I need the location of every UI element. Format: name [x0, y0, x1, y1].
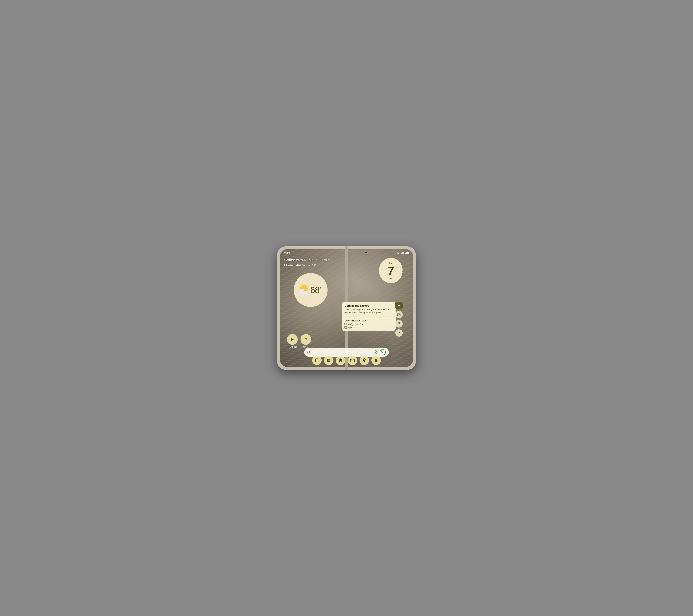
calendar-day-name: Thu 4: [388, 262, 394, 264]
dock-chrome[interactable]: [336, 356, 345, 365]
calendar-widget[interactable]: Thu 4 7: [379, 258, 403, 283]
svg-point-0: [340, 293, 343, 296]
signal-type: 5G: [396, 252, 400, 254]
svg-line-30: [339, 359, 340, 360]
calendar-event-dot: [390, 278, 392, 279]
dock-messages[interactable]: [324, 356, 334, 365]
weather-icon: [299, 285, 309, 295]
camera-icon: [350, 358, 355, 362]
weather-emoji: 🌤: [308, 263, 310, 266]
status-time: 9:30: [284, 251, 290, 254]
app-icon-play-store[interactable]: Play Store: [287, 334, 298, 348]
search-bar[interactable]: G: [304, 348, 389, 357]
notes-actions-sidebar: +: [395, 302, 403, 337]
weather-widget[interactable]: 68°: [294, 273, 328, 307]
svg-line-33: [339, 361, 340, 361]
svg-point-9: [322, 322, 323, 324]
svg-line-32: [341, 359, 342, 360]
chrome-icon: [338, 358, 343, 362]
device-frame: 9:30 5G Coffee with Robin in 30 min 10:0…: [277, 246, 416, 370]
battery-icon: [405, 252, 409, 254]
add-note-button[interactable]: +: [395, 302, 403, 309]
event-details: 10:00 - 11:00 AM 🌤 68°F: [284, 263, 330, 266]
event-weather: 68°F: [312, 263, 317, 266]
event-time-row: 10:00 - 11:00 AM: [284, 263, 305, 266]
gmail-icon: [303, 337, 309, 341]
bottom-dock: [312, 356, 381, 365]
note-item-bread[interactable]: Low-Knead Bread 400g bread flour 8g salt: [342, 317, 396, 331]
checkbox-salt: [344, 326, 347, 329]
svg-point-5: [325, 316, 326, 318]
svg-point-26: [340, 360, 341, 361]
svg-line-24: [383, 352, 384, 353]
play-store-icon: [290, 337, 295, 342]
svg-point-4: [350, 297, 353, 301]
calendar-day-number: 7: [388, 265, 394, 277]
edit-note-button[interactable]: [395, 329, 403, 337]
event-widget[interactable]: Coffee with Robin in 30 min 10:00 - 11:0…: [284, 258, 330, 266]
note-title-bread: Low-Knead Bread: [344, 319, 393, 322]
checklist-salt-text: 8g salt: [348, 326, 355, 329]
svg-point-34: [352, 360, 353, 361]
lens-icon: [381, 351, 384, 354]
checklist-item-1: 400g bread flour: [344, 323, 393, 325]
app-icons-row: Play Store Gmail: [287, 334, 311, 348]
weather-inner: 68°: [299, 285, 323, 295]
dock-camera[interactable]: [348, 356, 357, 365]
svg-point-1: [336, 299, 338, 302]
dock-maps[interactable]: [359, 356, 369, 365]
signal-bar-4: [403, 252, 404, 254]
gmail-icon-circle: [300, 334, 311, 345]
app-icon-gmail[interactable]: Gmail: [300, 334, 311, 348]
notes-widget[interactable]: Morning Bio Lecture We're going to pick …: [342, 302, 396, 331]
svg-point-3: [330, 306, 331, 309]
weather-temperature: 68°: [310, 285, 323, 295]
signal-bar-1: [401, 253, 401, 254]
svg-rect-21: [375, 351, 376, 353]
checkbox-icon: [397, 313, 400, 316]
svg-point-7: [335, 313, 336, 315]
svg-point-8: [358, 295, 360, 297]
maps-icon: [362, 358, 366, 362]
note-title-bio: Morning Bio Lecture: [344, 304, 393, 307]
status-bar: 9:30 5G: [280, 250, 413, 256]
checklist-item-2: 8g salt: [344, 326, 393, 329]
signal-bar-3: [402, 252, 403, 254]
google-logo: G: [307, 350, 310, 354]
status-right: 5G: [396, 252, 409, 254]
pencil-icon: [397, 332, 400, 335]
mic-icon: [397, 322, 400, 326]
phone-icon: [315, 358, 319, 362]
svg-point-35: [364, 359, 365, 360]
event-title: Coffee with Robin in 30 min: [284, 258, 330, 262]
check-note-button[interactable]: [395, 311, 403, 318]
note-body-bio: We're going to pick up today from where …: [344, 308, 393, 314]
checklist-flour-text: 400g bread flour: [348, 323, 364, 325]
calendar-small-icon: [284, 264, 286, 266]
search-lens-button[interactable]: [380, 349, 386, 355]
svg-rect-16: [398, 322, 400, 324]
svg-line-31: [341, 361, 342, 361]
signal-bar-2: [401, 253, 402, 254]
search-mic-icon[interactable]: [374, 351, 378, 354]
device-screen: 9:30 5G Coffee with Robin in 30 min 10:0…: [280, 250, 413, 367]
play-store-icon-circle: [287, 334, 298, 345]
play-store-label: Play Store: [288, 346, 297, 348]
signal-icon: [401, 252, 404, 254]
mic-note-button[interactable]: [395, 320, 403, 327]
svg-point-2: [347, 288, 349, 291]
home-icon: [374, 358, 378, 362]
checkbox-flour: [344, 323, 347, 325]
event-time: 10:00 - 11:00 AM: [288, 263, 305, 266]
note-item-bio[interactable]: Morning Bio Lecture We're going to pick …: [342, 302, 396, 317]
camera-front: [365, 252, 367, 254]
dock-phone[interactable]: [312, 356, 322, 365]
cloud: [299, 291, 308, 295]
svg-point-12: [328, 329, 330, 331]
messages-icon: [326, 358, 331, 362]
dock-home[interactable]: [371, 356, 381, 365]
